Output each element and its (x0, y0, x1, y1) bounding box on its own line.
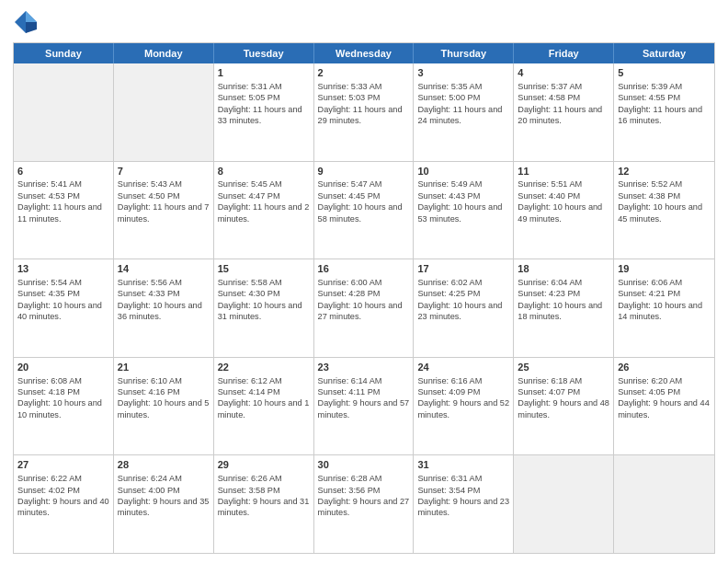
calendar-cell-4: 4Sunrise: 5:37 AMSunset: 4:58 PMDaylight… (514, 63, 614, 161)
day-info: Sunrise: 5:47 AMSunset: 4:45 PMDaylight:… (318, 178, 410, 224)
calendar-cell-empty-0-0 (14, 63, 114, 161)
calendar-cell-27: 27Sunrise: 6:22 AMSunset: 4:02 PMDayligh… (14, 455, 114, 553)
day-info: Sunrise: 5:35 AMSunset: 5:00 PMDaylight:… (417, 81, 509, 127)
calendar-row-2: 13Sunrise: 5:54 AMSunset: 4:35 PMDayligh… (14, 259, 714, 357)
header-day-tuesday: Tuesday (214, 43, 314, 63)
day-number: 31 (417, 458, 509, 472)
day-number: 3 (417, 66, 509, 80)
calendar-cell-3: 3Sunrise: 5:35 AMSunset: 5:00 PMDaylight… (414, 63, 514, 161)
day-number: 20 (17, 361, 109, 374)
header-day-sunday: Sunday (14, 43, 114, 63)
day-info: Sunrise: 5:37 AMSunset: 4:58 PMDaylight:… (518, 81, 609, 127)
day-info: Sunrise: 5:52 AMSunset: 4:38 PMDaylight:… (618, 178, 711, 224)
calendar-cell-28: 28Sunrise: 6:24 AMSunset: 4:00 PMDayligh… (114, 455, 214, 553)
calendar-cell-9: 9Sunrise: 5:47 AMSunset: 4:45 PMDaylight… (314, 162, 415, 259)
day-info: Sunrise: 6:20 AMSunset: 4:05 PMDaylight:… (618, 375, 711, 421)
day-number: 12 (618, 165, 711, 178)
day-number: 13 (17, 262, 109, 276)
calendar-cell-20: 20Sunrise: 6:08 AMSunset: 4:18 PMDayligh… (14, 358, 114, 455)
day-info: Sunrise: 5:56 AMSunset: 4:33 PMDaylight:… (118, 277, 210, 323)
day-info: Sunrise: 6:24 AMSunset: 4:00 PMDaylight:… (118, 473, 210, 519)
day-info: Sunrise: 6:06 AMSunset: 4:21 PMDaylight:… (618, 277, 711, 323)
calendar-cell-empty-0-1 (114, 63, 214, 161)
day-number: 8 (218, 165, 310, 178)
day-number: 16 (318, 262, 410, 276)
day-number: 18 (518, 262, 609, 276)
day-number: 23 (318, 361, 410, 374)
day-info: Sunrise: 5:43 AMSunset: 4:50 PMDaylight:… (118, 178, 210, 224)
day-number: 30 (318, 458, 410, 472)
day-number: 19 (618, 262, 711, 276)
day-info: Sunrise: 5:41 AMSunset: 4:53 PMDaylight:… (17, 178, 109, 224)
day-number: 2 (318, 66, 410, 80)
calendar-cell-15: 15Sunrise: 5:58 AMSunset: 4:30 PMDayligh… (214, 259, 314, 357)
calendar-cell-18: 18Sunrise: 6:04 AMSunset: 4:23 PMDayligh… (514, 259, 614, 357)
calendar-body: 1Sunrise: 5:31 AMSunset: 5:05 PMDaylight… (14, 63, 714, 553)
day-number: 1 (218, 66, 310, 80)
day-number: 25 (518, 361, 609, 374)
calendar-cell-10: 10Sunrise: 5:49 AMSunset: 4:43 PMDayligh… (414, 162, 514, 259)
day-number: 24 (417, 361, 509, 374)
day-info: Sunrise: 6:22 AMSunset: 4:02 PMDaylight:… (17, 473, 109, 519)
day-info: Sunrise: 5:31 AMSunset: 5:05 PMDaylight:… (218, 81, 310, 127)
day-number: 27 (17, 458, 109, 472)
page: SundayMondayTuesdayWednesdayThursdayFrid… (0, 0, 728, 563)
day-info: Sunrise: 6:00 AMSunset: 4:28 PMDaylight:… (318, 277, 410, 323)
calendar: SundayMondayTuesdayWednesdayThursdayFrid… (13, 42, 715, 554)
day-info: Sunrise: 5:33 AMSunset: 5:03 PMDaylight:… (318, 81, 410, 127)
calendar-cell-empty-4-5 (514, 455, 614, 553)
day-number: 10 (417, 165, 509, 178)
day-info: Sunrise: 6:02 AMSunset: 4:25 PMDaylight:… (417, 277, 509, 323)
calendar-cell-19: 19Sunrise: 6:06 AMSunset: 4:21 PMDayligh… (614, 259, 714, 357)
day-number: 28 (118, 458, 210, 472)
day-info: Sunrise: 6:26 AMSunset: 3:58 PMDaylight:… (218, 473, 310, 519)
calendar-row-1: 6Sunrise: 5:41 AMSunset: 4:53 PMDaylight… (14, 161, 714, 259)
day-info: Sunrise: 5:58 AMSunset: 4:30 PMDaylight:… (218, 277, 310, 323)
day-number: 17 (417, 262, 509, 276)
calendar-cell-31: 31Sunrise: 6:31 AMSunset: 3:54 PMDayligh… (414, 455, 514, 553)
calendar-header: SundayMondayTuesdayWednesdayThursdayFrid… (14, 43, 714, 63)
day-number: 15 (218, 262, 310, 276)
day-info: Sunrise: 6:28 AMSunset: 3:56 PMDaylight:… (318, 473, 410, 519)
day-info: Sunrise: 6:16 AMSunset: 4:09 PMDaylight:… (417, 375, 509, 421)
calendar-cell-30: 30Sunrise: 6:28 AMSunset: 3:56 PMDayligh… (314, 455, 415, 553)
svg-marker-2 (26, 22, 37, 33)
day-info: Sunrise: 6:14 AMSunset: 4:11 PMDaylight:… (318, 375, 410, 421)
calendar-cell-14: 14Sunrise: 5:56 AMSunset: 4:33 PMDayligh… (114, 259, 214, 357)
day-info: Sunrise: 5:54 AMSunset: 4:35 PMDaylight:… (17, 277, 109, 323)
day-info: Sunrise: 6:31 AMSunset: 3:54 PMDaylight:… (417, 473, 509, 519)
day-number: 11 (518, 165, 609, 178)
calendar-cell-17: 17Sunrise: 6:02 AMSunset: 4:25 PMDayligh… (414, 259, 514, 357)
svg-marker-1 (26, 11, 37, 22)
calendar-cell-29: 29Sunrise: 6:26 AMSunset: 3:58 PMDayligh… (214, 455, 314, 553)
day-number: 21 (118, 361, 210, 374)
day-info: Sunrise: 5:39 AMSunset: 4:55 PMDaylight:… (618, 81, 711, 127)
day-info: Sunrise: 6:12 AMSunset: 4:14 PMDaylight:… (218, 375, 310, 421)
day-number: 26 (618, 361, 711, 374)
calendar-cell-1: 1Sunrise: 5:31 AMSunset: 5:05 PMDaylight… (214, 63, 314, 161)
day-number: 5 (618, 66, 711, 80)
calendar-cell-5: 5Sunrise: 5:39 AMSunset: 4:55 PMDaylight… (614, 63, 714, 161)
logo-icon (13, 9, 39, 35)
calendar-cell-22: 22Sunrise: 6:12 AMSunset: 4:14 PMDayligh… (214, 358, 314, 455)
day-info: Sunrise: 6:08 AMSunset: 4:18 PMDaylight:… (17, 375, 109, 421)
day-info: Sunrise: 5:45 AMSunset: 4:47 PMDaylight:… (218, 178, 310, 224)
calendar-cell-6: 6Sunrise: 5:41 AMSunset: 4:53 PMDaylight… (14, 162, 114, 259)
calendar-cell-16: 16Sunrise: 6:00 AMSunset: 4:28 PMDayligh… (314, 259, 415, 357)
header-day-wednesday: Wednesday (314, 43, 415, 63)
day-number: 4 (518, 66, 609, 80)
calendar-cell-7: 7Sunrise: 5:43 AMSunset: 4:50 PMDaylight… (114, 162, 214, 259)
calendar-row-3: 20Sunrise: 6:08 AMSunset: 4:18 PMDayligh… (14, 357, 714, 455)
calendar-cell-8: 8Sunrise: 5:45 AMSunset: 4:47 PMDaylight… (214, 162, 314, 259)
day-info: Sunrise: 5:51 AMSunset: 4:40 PMDaylight:… (518, 178, 609, 224)
day-number: 22 (218, 361, 310, 374)
day-number: 6 (17, 165, 109, 178)
day-number: 29 (218, 458, 310, 472)
header-day-monday: Monday (114, 43, 214, 63)
day-info: Sunrise: 5:49 AMSunset: 4:43 PMDaylight:… (417, 178, 509, 224)
calendar-row-4: 27Sunrise: 6:22 AMSunset: 4:02 PMDayligh… (14, 454, 714, 553)
day-number: 7 (118, 165, 210, 178)
header (13, 9, 715, 35)
calendar-row-0: 1Sunrise: 5:31 AMSunset: 5:05 PMDaylight… (14, 63, 714, 161)
calendar-cell-empty-4-6 (614, 455, 714, 553)
